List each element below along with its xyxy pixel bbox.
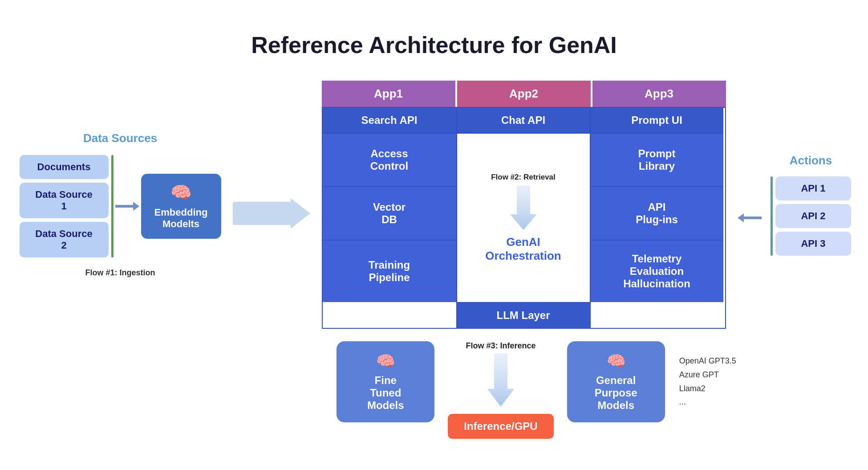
app-headers-row: App1 App2 App3 [322, 81, 726, 107]
main-grid-wrapper: Search API Access Control Vector DB Trai… [322, 107, 726, 329]
ingestion-arrow [233, 198, 310, 229]
actions-arrow-container [738, 213, 762, 222]
ds-source2: Data Source 2 [20, 222, 109, 257]
app3-header: App3 [592, 81, 726, 107]
general-purpose-label: General Purpose Models [595, 374, 637, 412]
actions-stack: API 1 API 2 API 3 [775, 176, 851, 256]
telemetry-text: Telemetry Evaluation Hallucination [623, 253, 690, 290]
model-item-3: Llama2 [679, 382, 736, 396]
brain-icon-general: 🧠 [607, 352, 625, 370]
data-sources-label: Data Sources [83, 131, 157, 145]
svg-marker-0 [510, 185, 537, 230]
full-diagram: Data Sources Documents Data Source 1 Dat… [60, 81, 808, 439]
access-control-cell: Access Control [323, 133, 456, 186]
prompt-library-cell: Prompt Library [591, 133, 723, 186]
column-2: Chat API Flow #2: Retrieval [456, 108, 590, 328]
access-control-text: Access Control [370, 147, 408, 172]
sources-stack: Documents Data Source 1 Data Source 2 [20, 155, 109, 257]
model-item-2: Azure GPT [679, 368, 736, 382]
ds-documents: Documents [20, 155, 109, 179]
flow1-label: Flow #1: Ingestion [85, 268, 155, 278]
column-3: Prompt UI Prompt Library API Plug-ins Te… [590, 108, 723, 328]
page-title: Reference Architecture for GenAI [60, 32, 808, 58]
flow2-arrow [510, 185, 537, 230]
prompt-ui-header: Prompt UI [591, 108, 723, 133]
flow2-label: Flow #2: Retrieval [491, 173, 556, 182]
chat-api-header: Chat API [457, 108, 590, 133]
llm-layer-cell: LLM Layer [457, 302, 590, 328]
flow3-area: Flow #3: Inference Inference/GPU [448, 341, 553, 439]
inference-gpu-box: Inference/GPU [448, 414, 553, 439]
actions-label: Actions [790, 154, 832, 168]
action-api1: API 1 [775, 176, 851, 200]
fine-tuned-box: 🧠 Fine Tuned Models [337, 341, 434, 422]
vector-db-text: Vector DB [373, 201, 406, 226]
actions-arrow [738, 213, 762, 222]
diagram-container: Reference Architecture for GenAI Data So… [33, 14, 835, 457]
ds-source1: Data Source 1 [20, 183, 109, 218]
model-item-4: ... [679, 395, 736, 409]
training-pipeline-text: Training Pipeline [369, 259, 410, 284]
vector-db-cell: Vector DB [323, 186, 456, 240]
embedding-box: 🧠 Embedding Modelts [141, 174, 221, 239]
top-row: Data Sources Documents Data Source 1 Dat… [60, 81, 808, 329]
app1-header: App1 [322, 81, 455, 107]
app2-header: App2 [457, 81, 591, 107]
brain-icon-fine: 🧠 [376, 352, 395, 370]
vertical-line [111, 155, 114, 257]
api-plugins-cell: API Plug-ins [591, 186, 723, 240]
genai-orchestration-text: GenAI Orchestration [485, 235, 561, 263]
search-api-header: Search API [323, 108, 456, 133]
column-1: Search API Access Control Vector DB Trai… [323, 108, 456, 328]
flow3-label: Flow #3: Inference [466, 341, 535, 351]
left-side: Data Sources Documents Data Source 1 Dat… [20, 131, 221, 278]
actions-section: Actions API 1 API 2 API 3 [773, 154, 849, 256]
prompt-library-text: Prompt Library [638, 147, 676, 172]
action-api3: API 3 [775, 232, 851, 256]
actions-vertical-line [771, 176, 773, 256]
ingestion-arrow-container [233, 198, 310, 229]
action-api2: API 2 [775, 204, 851, 228]
api-plugins-text: API Plug-ins [636, 201, 678, 226]
training-pipeline-cell: Training Pipeline [323, 240, 456, 302]
main-grid: App1 App2 App3 Search API Access Control [322, 81, 726, 329]
model-list: OpenAI GPT3.5 Azure GPT Llama2 ... [679, 354, 736, 409]
general-purpose-area: 🧠 General Purpose Models OpenAI GPT3.5 A… [567, 341, 736, 422]
chat-middle-cell: Flow #2: Retrieval [457, 133, 590, 302]
telemetry-cell: Telemetry Evaluation Hallucination [591, 240, 723, 302]
arrow-to-embedding [115, 202, 139, 211]
svg-marker-1 [487, 353, 514, 407]
flow3-arrow [487, 353, 514, 407]
general-purpose-box: 🧠 General Purpose Models [567, 341, 665, 422]
model-item-1: OpenAI GPT3.5 [679, 354, 736, 368]
brain-icon-embedding: 🧠 [170, 183, 191, 202]
fine-tuned-label: Fine Tuned Models [367, 374, 404, 412]
bottom-row: 🧠 Fine Tuned Models Flow #3: Inference [132, 341, 736, 439]
embedding-label: Embedding Modelts [154, 207, 208, 230]
